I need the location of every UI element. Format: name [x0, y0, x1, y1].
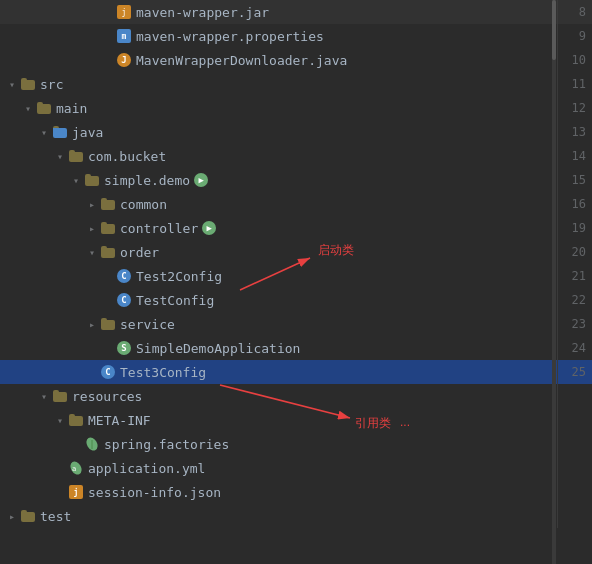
- expand-arrow-icon[interactable]: [36, 124, 52, 140]
- line-number: 14: [557, 144, 592, 168]
- expand-arrow-icon[interactable]: [84, 244, 100, 260]
- folder-icon: [100, 244, 116, 260]
- folder-icon: [84, 172, 100, 188]
- folder-icon: [68, 412, 84, 428]
- filename-label: maven-wrapper.jar: [136, 5, 269, 20]
- filename-label: application.yml: [88, 461, 205, 476]
- line-number: 21: [557, 264, 592, 288]
- folder-icon: [100, 316, 116, 332]
- expand-arrow-icon[interactable]: [4, 508, 20, 524]
- spring-class-icon: C: [116, 268, 132, 284]
- tree-row[interactable]: S SimpleDemoApplication 24: [0, 336, 592, 360]
- filename-label: META-INF: [88, 413, 151, 428]
- no-arrow-icon: [100, 340, 116, 356]
- filename-label: order: [120, 245, 159, 260]
- no-arrow-icon: [100, 52, 116, 68]
- tree-row[interactable]: m maven-wrapper.properties 9: [0, 24, 592, 48]
- tree-row[interactable]: common 16: [0, 192, 592, 216]
- filename-label: test: [40, 509, 71, 524]
- tree-row[interactable]: j maven-wrapper.jar 8: [0, 0, 592, 24]
- line-number: 19: [557, 216, 592, 240]
- scrollbar[interactable]: [552, 0, 556, 564]
- filename-label: TestConfig: [136, 293, 214, 308]
- tree-row[interactable]: java 13: [0, 120, 592, 144]
- line-number: 15: [557, 168, 592, 192]
- tree-row[interactable]: controller ▶ 19: [0, 216, 592, 240]
- filename-label: SimpleDemoApplication: [136, 341, 300, 356]
- expand-arrow-icon[interactable]: [36, 388, 52, 404]
- line-number: 9: [557, 24, 592, 48]
- folder-icon: [20, 76, 36, 92]
- run-badge2: ▶: [202, 221, 216, 235]
- svg-text:a: a: [72, 465, 76, 473]
- spring-class-icon: C: [100, 364, 116, 380]
- line-number: [557, 456, 592, 480]
- tree-row[interactable]: j session-info.json: [0, 480, 592, 504]
- line-number: [557, 408, 592, 432]
- no-arrow-icon: [100, 292, 116, 308]
- filename-label: spring.factories: [104, 437, 229, 452]
- expand-arrow-icon[interactable]: [52, 148, 68, 164]
- scrollbar-thumb[interactable]: [552, 0, 556, 60]
- filename-label: main: [56, 101, 87, 116]
- tree-row[interactable]: service 23: [0, 312, 592, 336]
- tree-row[interactable]: resources: [0, 384, 592, 408]
- tree-row[interactable]: spring.factories: [0, 432, 592, 456]
- filename-label: Test2Config: [136, 269, 222, 284]
- expand-arrow-icon[interactable]: [20, 100, 36, 116]
- tree-row[interactable]: test: [0, 504, 592, 528]
- yaml-icon: a: [68, 460, 84, 476]
- spring-app-icon: S: [116, 340, 132, 356]
- line-number: 22: [557, 288, 592, 312]
- filename-label: Test3Config: [120, 365, 206, 380]
- no-arrow-icon: [84, 364, 100, 380]
- tree-row[interactable]: a application.yml: [0, 456, 592, 480]
- expand-arrow-icon[interactable]: [4, 76, 20, 92]
- json-icon: j: [68, 484, 84, 500]
- no-arrow-icon: [100, 4, 116, 20]
- filename-label: common: [120, 197, 167, 212]
- line-number: 10: [557, 48, 592, 72]
- tree-row[interactable]: src 11: [0, 72, 592, 96]
- tree-row[interactable]: META-INF: [0, 408, 592, 432]
- tree-row[interactable]: com.bucket 14: [0, 144, 592, 168]
- folder-icon: [100, 220, 116, 236]
- filename-label: com.bucket: [88, 149, 166, 164]
- line-number: [557, 384, 592, 408]
- line-number: 11: [557, 72, 592, 96]
- filename-label: simple.demo: [104, 173, 190, 188]
- tree-row-selected[interactable]: C Test3Config 25: [0, 360, 592, 384]
- expand-arrow-icon[interactable]: [68, 172, 84, 188]
- folder-icon: [20, 508, 36, 524]
- filename-label: controller: [120, 221, 198, 236]
- line-number: [557, 504, 592, 528]
- filename-label: java: [72, 125, 103, 140]
- no-arrow-icon: [100, 268, 116, 284]
- folder-icon: [52, 388, 68, 404]
- folder-icon: [52, 124, 68, 140]
- no-arrow-icon: [52, 484, 68, 500]
- filename-label: MavenWrapperDownloader.java: [136, 53, 347, 68]
- line-number: 23: [557, 312, 592, 336]
- expand-arrow-icon[interactable]: [84, 316, 100, 332]
- line-number: 13: [557, 120, 592, 144]
- tree-row[interactable]: simple.demo ▶ 15: [0, 168, 592, 192]
- tree-row[interactable]: J MavenWrapperDownloader.java 10: [0, 48, 592, 72]
- no-arrow-icon: [100, 28, 116, 44]
- java-icon: J: [116, 52, 132, 68]
- filename-label: src: [40, 77, 63, 92]
- line-number: 16: [557, 192, 592, 216]
- line-number: 12: [557, 96, 592, 120]
- filename-label: session-info.json: [88, 485, 221, 500]
- expand-arrow-icon[interactable]: [52, 412, 68, 428]
- line-number: 25: [557, 360, 592, 384]
- tree-row[interactable]: C Test2Config 21: [0, 264, 592, 288]
- jar-icon: j: [116, 4, 132, 20]
- tree-row[interactable]: main 12: [0, 96, 592, 120]
- folder-icon: [100, 196, 116, 212]
- expand-arrow-icon[interactable]: [84, 220, 100, 236]
- expand-arrow-icon[interactable]: [84, 196, 100, 212]
- run-badge: ▶: [194, 173, 208, 187]
- tree-row[interactable]: order 20: [0, 240, 592, 264]
- tree-row[interactable]: C TestConfig 22: [0, 288, 592, 312]
